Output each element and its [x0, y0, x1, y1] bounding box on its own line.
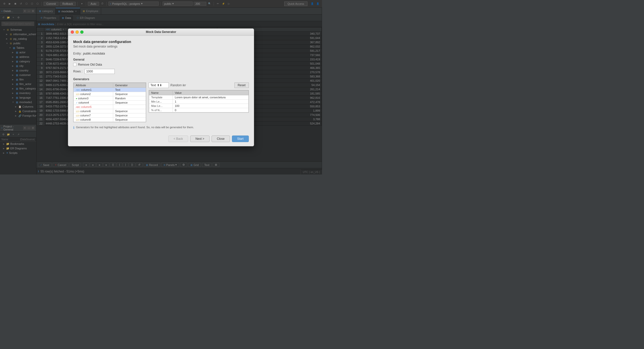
gen-generator-cell: Sequence [113, 109, 146, 113]
modal-minimize-btn[interactable] [75, 30, 79, 34]
gen-attribute-header: Attribute [74, 83, 113, 88]
props-table-row: Min Le...1 [149, 99, 249, 104]
gen-attribute-cell: ● column3 [74, 96, 113, 100]
gen-table-row[interactable]: ABC column5 [74, 105, 146, 109]
gen-type-label: Text [150, 83, 156, 87]
rows-row: Rows : [73, 69, 249, 74]
gen-props-table: Name Value TemplateLorem ipsum dolor sit… [149, 90, 249, 112]
next-button[interactable]: Next > [190, 136, 210, 142]
gen-type-arrow: ⬆⬇ [157, 83, 162, 87]
gen-props-table-wrapper: Name Value TemplateLorem ipsum dolor sit… [149, 90, 249, 113]
info-text: Generators for the red highlighted attri… [76, 126, 194, 129]
generators-table-wrapper: Attribute Generator ABC column1Text123 c… [73, 82, 146, 122]
window-controls [71, 30, 84, 34]
prop-name-cell: % of N... [149, 108, 173, 112]
prop-value-cell[interactable]: 1 [173, 99, 248, 104]
gen-reset-button[interactable]: Reset [234, 82, 249, 88]
gen-attribute-cell: 123 column8 [74, 117, 113, 122]
general-label: General [73, 58, 249, 61]
entity-value: public.mockdata [83, 52, 105, 55]
gen-generator-cell [113, 105, 146, 109]
gen-attribute-cell: ABC column5 [74, 105, 113, 109]
modal-maximize-btn[interactable] [80, 30, 84, 34]
modal-section-subtitle: Set mock data generator settings [73, 45, 249, 48]
props-name-header: Name [149, 90, 173, 95]
modal-section-title: Mock data generator configuration [73, 40, 249, 44]
gen-generator-cell: Sequence [113, 113, 146, 117]
gen-table-row[interactable]: ● column3Random [74, 96, 146, 100]
gen-generator-cell: Sequence [113, 100, 146, 105]
remove-old-data-checkbox[interactable] [73, 63, 76, 66]
remove-old-data-label: Remove Old Data [78, 63, 102, 66]
gen-random-label: Random ler [170, 83, 233, 87]
gen-generator-cell: Random [113, 96, 146, 100]
rows-label: Rows : [73, 70, 83, 73]
close-button[interactable]: Close [212, 136, 230, 142]
generator-config: Text ⬆⬇ Random ler Reset Name Valu [149, 82, 249, 122]
entity-row: Entity: public.mockdata [73, 52, 249, 55]
gen-table-row[interactable]: 123 column7Sequence [74, 113, 146, 117]
props-table-row: TemplateLorem ipsum dolor sit amet, cons… [149, 95, 249, 99]
props-value-header: Value [173, 90, 248, 95]
generators-label: Generators [73, 77, 249, 81]
gen-attribute-cell: ✓ column4 [74, 100, 113, 105]
gen-generator-cell: Sequence [113, 117, 146, 122]
modal-titlebar: Mock Data Generator [68, 29, 254, 36]
gen-table-row[interactable]: ABC column1Text [74, 88, 146, 92]
modal-footer: < Back Next > Close Start [73, 133, 249, 142]
prop-value-cell[interactable]: 100 [173, 104, 248, 108]
prop-name-cell: Template [149, 95, 173, 99]
gen-type-select[interactable]: Text ⬆⬇ [149, 82, 169, 88]
generators-table: Attribute Generator ABC column1Text123 c… [73, 83, 146, 122]
info-icon: ℹ [73, 126, 74, 129]
gen-attribute-cell: 123 column2 [74, 92, 113, 96]
modal-title: Mock Data Generator [146, 30, 176, 34]
prop-name-cell: Max Le... [149, 104, 173, 108]
gen-attribute-cell: 123 column7 [74, 113, 113, 117]
mock-data-generator-modal: Mock Data Generator Mock data generator … [68, 28, 254, 146]
start-button[interactable]: Start [232, 136, 249, 142]
prop-value-cell[interactable]: 0 [173, 108, 248, 112]
gen-table-row[interactable]: 123 column8Sequence [74, 117, 146, 122]
generators-area: Attribute Generator ABC column1Text123 c… [73, 82, 249, 122]
gen-attribute-cell: ABC column1 [74, 88, 113, 92]
gen-generator-header: Generator [113, 83, 146, 88]
gen-table-row[interactable]: 123 column6Sequence [74, 109, 146, 113]
prop-name-cell: Min Le... [149, 99, 173, 104]
props-table-row: Max Le...100 [149, 104, 249, 108]
props-table-row: % of N...0 [149, 108, 249, 112]
entity-label: Entity: [73, 52, 82, 55]
modal-body: Mock data generator configuration Set mo… [68, 36, 254, 146]
gen-attribute-cell: 123 column6 [74, 109, 113, 113]
remove-old-data-row: Remove Old Data [73, 63, 249, 66]
modal-overlay: Mock Data Generator Mock data generator … [0, 0, 322, 175]
rows-input[interactable] [85, 69, 115, 74]
back-button[interactable]: < Back [168, 136, 188, 142]
gen-type-row: Text ⬆⬇ Random ler Reset [149, 82, 249, 88]
gen-generator-cell: Text [113, 88, 146, 92]
gen-table-row[interactable]: 123 column2Sequence [74, 92, 146, 96]
modal-close-btn[interactable] [71, 30, 74, 34]
prop-value-cell[interactable]: Lorem ipsum dolor sit amet, consectetura [173, 95, 248, 99]
gen-table-row[interactable]: ✓ column4Sequence [74, 100, 146, 105]
gen-generator-cell: Sequence [113, 92, 146, 96]
info-row: ℹ Generators for the red highlighted att… [73, 126, 249, 129]
